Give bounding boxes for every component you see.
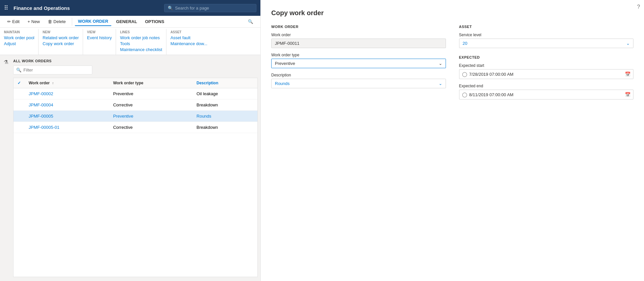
service-level-field: Service level 20 ⌄ — [459, 33, 634, 48]
search-ribbon-button[interactable]: 🔍 — [245, 17, 256, 26]
chevron-down-icon-service: ⌄ — [626, 41, 630, 46]
expected-end-label: Expected end — [459, 84, 634, 88]
description-select[interactable]: Rounds ⌄ — [271, 79, 446, 88]
expected-start-field: Expected start ◯ 7/28/2019 07:00:00 AM 📅 — [459, 63, 634, 79]
expected-start-value: 7/28/2019 07:00:00 AM — [469, 72, 623, 77]
ribbon-item-job-notes[interactable]: Work order job notes — [120, 35, 162, 40]
ribbon-item-tools[interactable]: Tools — [120, 41, 162, 46]
ribbon-section-new: NEW Related work order Copy work order — [39, 29, 83, 55]
service-level-label: Service level — [459, 33, 634, 37]
new-icon: + — [27, 19, 30, 24]
tab-work-order[interactable]: WORK ORDER — [75, 17, 112, 26]
search-input[interactable] — [175, 6, 241, 11]
row-check — [14, 99, 25, 111]
row-type: Corrective — [109, 99, 192, 111]
search-ribbon-icon: 🔍 — [248, 19, 253, 24]
sort-arrow-icon: ↑ — [52, 81, 54, 85]
app-title: Finance and Operations — [14, 5, 159, 11]
table-row[interactable]: JPMF-00005-01 Corrective Breakdown — [14, 122, 257, 133]
description-field: Description Rounds ⌄ — [271, 73, 446, 88]
work-order-label: Work order — [271, 33, 446, 37]
col-left: WORK ORDER Work order JPMF-00011 Work or… — [271, 25, 446, 104]
description-label: Description — [271, 73, 446, 77]
work-orders-table: ✓ Work order ↑ Work order type Descripti… — [14, 78, 257, 133]
expected-end-field: Expected end ◯ 8/11/2019 07:00:00 AM 📅 — [459, 84, 634, 99]
row-check — [14, 122, 25, 133]
edit-button[interactable]: ✏ Edit — [4, 17, 23, 26]
view-items: Event history — [87, 35, 112, 40]
ribbon-menu: MAINTAIN Work order pool Adjust NEW Rela… — [0, 28, 260, 55]
ribbon-item-adjust[interactable]: Adjust — [4, 41, 34, 46]
row-check — [14, 88, 25, 99]
table-header-row: ✓ Work order ↑ Work order type Descripti… — [14, 78, 257, 88]
ribbon-item-copy-work-order[interactable]: Copy work order — [43, 41, 79, 46]
search-bar[interactable]: 🔍 — [164, 4, 256, 12]
chevron-down-icon-desc: ⌄ — [439, 81, 442, 86]
table-row-selected[interactable]: JPMF-00005 Preventive Rounds — [14, 111, 257, 122]
search-icon: 🔍 — [168, 6, 173, 11]
ribbon-section-maintain: MAINTAIN Work order pool Adjust — [0, 29, 39, 55]
expected-start-label: Expected start — [459, 63, 634, 68]
row-desc: Oil leakage — [192, 88, 257, 99]
work-order-type-select[interactable]: Preventive ⌄ — [271, 59, 446, 68]
filter-bar[interactable]: 🔍 — [13, 66, 92, 74]
left-sidebar: ⚗ — [0, 55, 12, 281]
asset-section-header: ASSET — [459, 25, 634, 29]
app-launcher-icon[interactable]: ⠿ — [4, 4, 8, 12]
row-desc: Rounds — [192, 111, 257, 122]
ribbon-section-lines: LINES Work order job notes Tools Mainten… — [116, 29, 166, 55]
ribbon-item-maintenance-dow[interactable]: Maintenance dow... — [170, 41, 207, 46]
delete-button[interactable]: 🗑 Delete — [44, 17, 69, 26]
row-id[interactable]: JPMF-00002 — [25, 88, 109, 99]
expected-end-date[interactable]: ◯ 8/11/2019 07:00:00 AM 📅 — [459, 90, 634, 99]
clock-icon-start: ◯ — [462, 71, 467, 77]
ribbon-item-related-work-order[interactable]: Related work order — [43, 35, 79, 40]
calendar-icon-end[interactable]: 📅 — [625, 92, 630, 97]
calendar-icon-start[interactable]: 📅 — [625, 71, 630, 77]
row-id[interactable]: JPMF-00004 — [25, 99, 109, 111]
ribbon-item-event-history[interactable]: Event history — [87, 35, 112, 40]
ribbon-item-maintenance-checklist[interactable]: Maintenance checklist — [120, 47, 162, 52]
col-description[interactable]: Description — [192, 78, 257, 88]
asset-items: Asset fault Maintenance dow... — [170, 35, 207, 46]
top-nav: ⠿ Finance and Operations 🔍 — [0, 0, 260, 16]
lines-items: Work order job notes Tools Maintenance c… — [120, 35, 162, 52]
ribbon-section-view: VIEW Event history — [83, 29, 116, 55]
main-content: ALL WORK ORDERS 🔍 ✓ Work order ↑ — [12, 55, 260, 281]
tab-options[interactable]: OPTIONS — [142, 17, 168, 26]
service-level-value: 20 — [463, 41, 467, 46]
row-type: Preventive — [109, 111, 192, 122]
chevron-down-icon: ⌄ — [439, 61, 442, 66]
row-type: Corrective — [109, 122, 192, 133]
table-row[interactable]: JPMF-00004 Corrective Breakdown — [14, 99, 257, 111]
help-icon[interactable]: ? — [637, 4, 640, 10]
new-button[interactable]: + New — [24, 17, 43, 26]
ribbon-item-work-order-pool[interactable]: Work order pool — [4, 35, 34, 40]
row-id[interactable]: JPMF-00005-01 — [25, 122, 109, 133]
work-order-type-field: Work order type Preventive ⌄ — [271, 53, 446, 68]
work-order-type-label: Work order type — [271, 53, 446, 57]
col-work-order-type[interactable]: Work order type — [109, 78, 192, 88]
right-panel: Copy work order WORK ORDER Work order JP… — [260, 0, 644, 281]
panel-title: Copy work order — [271, 9, 633, 17]
maintain-items: Work order pool Adjust — [4, 35, 34, 46]
col-work-order[interactable]: Work order ↑ — [25, 78, 109, 88]
expected-start-date[interactable]: ◯ 7/28/2019 07:00:00 AM 📅 — [459, 69, 634, 79]
ribbon: ✏ Edit + New 🗑 Delete WORK ORDER GENERAL… — [0, 16, 260, 55]
ribbon-item-asset-fault[interactable]: Asset fault — [170, 35, 207, 40]
work-order-section-header: WORK ORDER — [271, 25, 446, 29]
table-row[interactable]: JPMF-00002 Preventive Oil leakage — [14, 88, 257, 99]
row-type: Preventive — [109, 88, 192, 99]
panel-body: WORK ORDER Work order JPMF-00011 Work or… — [271, 25, 633, 104]
filter-input[interactable] — [23, 68, 89, 72]
tab-general[interactable]: GENERAL — [113, 17, 140, 26]
edit-icon: ✏ — [7, 19, 11, 24]
filter-icon[interactable]: ⚗ — [4, 59, 8, 65]
expected-section: EXPECTED Expected start ◯ 7/28/2019 07:0… — [459, 55, 634, 104]
service-level-select[interactable]: 20 ⌄ — [459, 39, 634, 48]
expected-section-header: EXPECTED — [459, 55, 634, 59]
new-items: Related work order Copy work order — [43, 35, 79, 46]
ribbon-section-asset: ASSET Asset fault Maintenance dow... — [166, 29, 211, 55]
expected-end-value: 8/11/2019 07:00:00 AM — [469, 92, 623, 97]
row-id[interactable]: JPMF-00005 — [25, 111, 109, 122]
